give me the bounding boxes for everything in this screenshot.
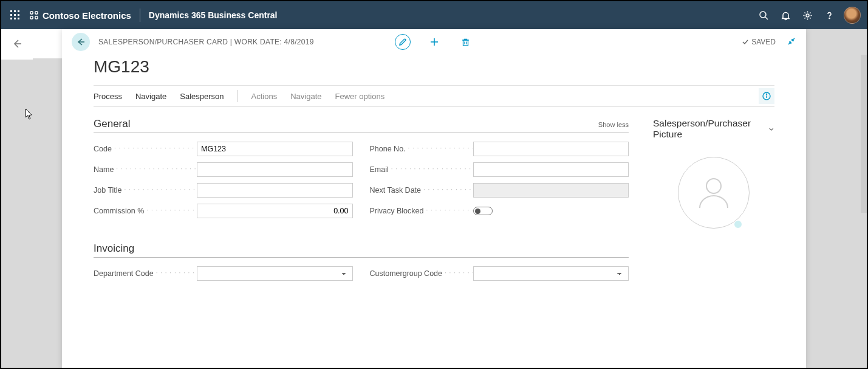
input-email[interactable] bbox=[473, 162, 629, 177]
label-name: Name bbox=[94, 165, 197, 174]
app-name[interactable]: Dynamics 365 Business Central bbox=[149, 10, 278, 20]
company-name: Contoso Electronics bbox=[43, 10, 131, 21]
svg-point-11 bbox=[30, 16, 33, 19]
svg-point-28 bbox=[706, 179, 721, 193]
toggle-privacy-blocked[interactable] bbox=[473, 207, 493, 215]
tab-salesperson[interactable]: Salesperson bbox=[180, 92, 224, 101]
saved-indicator: SAVED bbox=[742, 38, 776, 46]
menu-fewer-options[interactable]: Fewer options bbox=[335, 92, 385, 101]
page-title: MG123 bbox=[62, 55, 806, 85]
scrollbar[interactable] bbox=[861, 55, 867, 213]
nav-separator bbox=[140, 9, 140, 22]
select-department[interactable] bbox=[197, 266, 353, 281]
svg-point-13 bbox=[760, 12, 766, 18]
svg-rect-6 bbox=[10, 18, 12, 19]
svg-rect-7 bbox=[14, 18, 16, 19]
svg-rect-21 bbox=[463, 40, 468, 46]
svg-line-14 bbox=[765, 17, 768, 19]
header-actions bbox=[395, 34, 474, 50]
svg-point-10 bbox=[35, 12, 38, 14]
input-next-task[interactable] bbox=[473, 183, 629, 198]
card-header: SALESPERSON/PURCHASER CARD | WORK DATE: … bbox=[62, 29, 806, 55]
picture-placeholder[interactable] bbox=[678, 157, 750, 229]
back-button[interactable] bbox=[72, 33, 90, 51]
label-next-task: Next Task Date bbox=[370, 186, 473, 195]
input-phone[interactable] bbox=[473, 142, 629, 156]
delete-button[interactable] bbox=[458, 34, 474, 50]
tab-navigate[interactable]: Navigate bbox=[135, 92, 166, 101]
svg-rect-0 bbox=[10, 10, 12, 12]
settings-icon[interactable] bbox=[796, 4, 818, 26]
notifications-icon[interactable] bbox=[774, 4, 796, 26]
label-customergroup: Customergroup Code bbox=[370, 269, 473, 278]
section-invoicing-title: Invoicing bbox=[94, 243, 134, 255]
label-commission: Commission % bbox=[94, 207, 197, 215]
label-privacy: Privacy Blocked bbox=[370, 207, 473, 215]
svg-rect-5 bbox=[18, 14, 19, 16]
svg-rect-3 bbox=[10, 14, 12, 16]
new-button[interactable] bbox=[426, 34, 442, 50]
collapse-icon[interactable] bbox=[787, 36, 796, 48]
help-icon[interactable] bbox=[818, 4, 840, 26]
picture-section-header[interactable]: Salesperson/Purchaser Picture bbox=[653, 118, 774, 140]
label-code: Code bbox=[94, 145, 197, 153]
underlay-back-area bbox=[1, 29, 33, 60]
app-launcher-icon[interactable] bbox=[5, 5, 26, 26]
svg-rect-2 bbox=[18, 10, 19, 12]
select-customergroup[interactable] bbox=[473, 266, 629, 281]
section-invoicing-header: Invoicing bbox=[94, 243, 629, 258]
input-job-title[interactable] bbox=[197, 183, 353, 198]
record-card: SALESPERSON/PURCHASER CARD | WORK DATE: … bbox=[62, 29, 806, 368]
svg-point-15 bbox=[806, 14, 809, 17]
action-bar: Process Navigate Salesperson Actions Nav… bbox=[94, 85, 774, 107]
underlay-back-icon[interactable] bbox=[12, 38, 22, 51]
search-icon[interactable] bbox=[753, 4, 774, 26]
input-commission[interactable] bbox=[197, 204, 353, 218]
show-less-link[interactable]: Show less bbox=[598, 121, 629, 128]
svg-rect-4 bbox=[14, 14, 16, 16]
svg-rect-8 bbox=[18, 18, 19, 19]
input-name[interactable] bbox=[197, 162, 353, 177]
section-general-title: General bbox=[94, 118, 130, 130]
presence-dot-icon bbox=[734, 221, 742, 228]
menu-navigate[interactable]: Navigate bbox=[290, 92, 321, 101]
label-department: Department Code bbox=[94, 269, 197, 278]
tab-process[interactable]: Process bbox=[94, 92, 122, 101]
input-code[interactable] bbox=[197, 142, 353, 156]
menu-actions[interactable]: Actions bbox=[251, 92, 278, 101]
factbox-toggle-icon[interactable] bbox=[759, 88, 774, 104]
global-nav: Contoso Electronics Dynamics 365 Busines… bbox=[1, 1, 867, 29]
edit-button[interactable] bbox=[395, 34, 411, 50]
user-avatar[interactable] bbox=[844, 7, 861, 24]
svg-point-27 bbox=[766, 94, 767, 94]
svg-rect-1 bbox=[14, 10, 16, 12]
svg-point-9 bbox=[30, 12, 33, 14]
section-general-header: General Show less bbox=[94, 118, 629, 133]
svg-point-12 bbox=[35, 16, 38, 19]
label-phone: Phone No. bbox=[370, 145, 473, 153]
chevron-down-icon bbox=[768, 126, 774, 133]
company-brand[interactable]: Contoso Electronics bbox=[29, 10, 131, 21]
label-email: Email bbox=[370, 165, 473, 174]
actionbar-separator bbox=[238, 90, 238, 102]
breadcrumb: SALESPERSON/PURCHASER CARD | WORK DATE: … bbox=[98, 38, 314, 46]
svg-point-16 bbox=[829, 18, 829, 18]
label-job-title: Job Title bbox=[94, 186, 197, 195]
